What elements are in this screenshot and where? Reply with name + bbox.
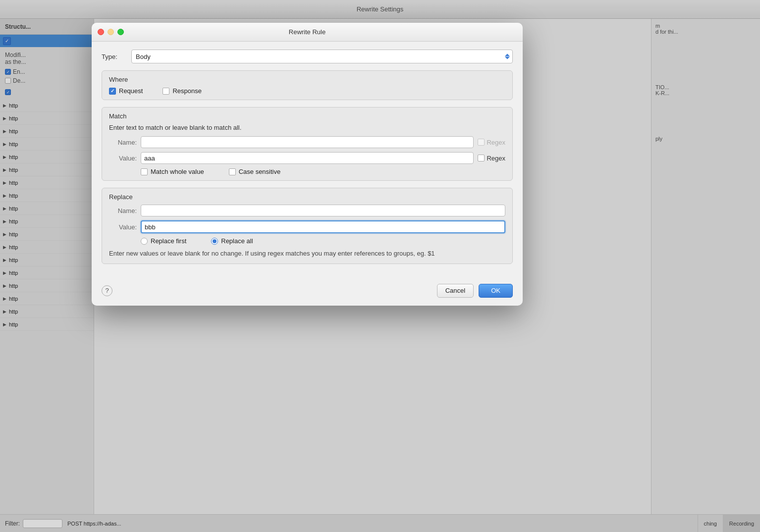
radio-row: Replace first Replace all <box>109 237 505 245</box>
maximize-button[interactable] <box>117 29 124 35</box>
request-label: Request <box>119 87 143 95</box>
request-group: Request <box>109 87 143 95</box>
name-regex-group: Regex <box>478 139 505 146</box>
replace-section: Replace Name: Value: Replace first Rep <box>102 188 513 264</box>
match-name-input[interactable] <box>141 136 474 148</box>
dialog-controls <box>98 29 124 35</box>
replace-value-input[interactable] <box>141 220 505 233</box>
case-sensitive-label: Case sensitive <box>239 168 281 175</box>
replace-all-radio[interactable] <box>211 238 218 245</box>
match-value-row: Value: Regex <box>109 152 505 164</box>
value-regex-checkbox[interactable] <box>478 155 485 161</box>
replace-title: Replace <box>109 193 505 201</box>
help-button[interactable]: ? <box>102 285 112 296</box>
request-checkbox[interactable] <box>109 88 116 95</box>
response-checkbox[interactable] <box>163 88 169 95</box>
dialog-titlebar: Rewrite Rule <box>92 23 523 42</box>
dialog-body: Type: Body Header URL Status Cookie Wher… <box>92 42 523 279</box>
replace-name-row: Name: <box>109 205 505 216</box>
where-title: Where <box>109 76 505 83</box>
arrow-down-icon <box>505 57 510 59</box>
replace-first-label: Replace first <box>151 237 186 245</box>
type-select-container: Body Header URL Status Cookie <box>131 50 513 63</box>
match-name-label: Name: <box>109 139 137 146</box>
replace-name-input[interactable] <box>141 205 505 216</box>
cancel-button[interactable]: Cancel <box>437 284 474 298</box>
ok-button[interactable]: OK <box>479 284 513 298</box>
arrow-up-icon <box>505 54 510 56</box>
name-regex-checkbox[interactable] <box>478 139 485 146</box>
dialog-title: Rewrite Rule <box>289 28 326 36</box>
replace-hint: Enter new values or leave blank for no c… <box>109 249 505 259</box>
name-regex-label: Regex <box>487 139 505 146</box>
close-button[interactable] <box>98 29 104 35</box>
match-whole-value-label: Match whole value <box>151 168 204 175</box>
type-select[interactable]: Body Header URL Status Cookie <box>131 50 513 63</box>
match-value-input[interactable] <box>141 152 474 164</box>
replace-name-label: Name: <box>109 207 137 214</box>
response-group: Response <box>163 87 202 95</box>
help-icon: ? <box>105 287 109 294</box>
replace-first-radio[interactable] <box>141 238 148 245</box>
replace-first-group: Replace first <box>141 237 186 245</box>
match-hint: Enter text to match or leave blank to ma… <box>109 124 505 131</box>
type-row: Type: Body Header URL Status Cookie <box>102 50 513 63</box>
match-title: Match <box>109 112 505 120</box>
where-row: Request Response <box>109 87 505 95</box>
value-regex-group: Regex <box>478 155 505 162</box>
match-options-row: Match whole value Case sensitive <box>109 168 505 175</box>
footer-buttons: Cancel OK <box>437 284 513 298</box>
match-name-row: Name: Regex <box>109 136 505 148</box>
match-section: Match Enter text to match or leave blank… <box>102 107 513 181</box>
case-sensitive-group: Case sensitive <box>229 168 281 175</box>
dialog-footer: ? Cancel OK <box>92 279 523 306</box>
case-sensitive-checkbox[interactable] <box>229 168 236 175</box>
match-value-label: Value: <box>109 155 137 162</box>
type-label: Type: <box>102 53 131 60</box>
response-label: Response <box>172 87 202 95</box>
match-whole-value-checkbox[interactable] <box>141 168 148 175</box>
value-regex-label: Regex <box>487 155 505 162</box>
where-section: Where Request Response <box>102 70 513 100</box>
match-whole-value-group: Match whole value <box>141 168 204 175</box>
rewrite-rule-dialog: Rewrite Rule Type: Body Header URL Statu… <box>92 23 523 306</box>
replace-all-label: Replace all <box>221 237 253 245</box>
replace-value-label: Value: <box>109 223 137 231</box>
minimize-button[interactable] <box>108 29 114 35</box>
replace-all-group: Replace all <box>211 237 253 245</box>
select-arrows-icon <box>505 54 510 59</box>
replace-value-row: Value: <box>109 220 505 233</box>
